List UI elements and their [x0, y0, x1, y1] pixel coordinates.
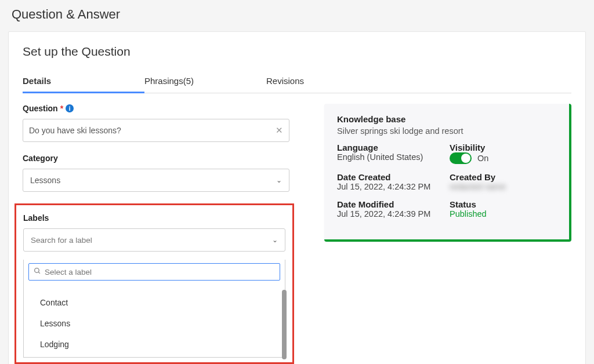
- label-option-lodging[interactable]: Lodging: [32, 334, 280, 355]
- labels-label: Labels: [23, 213, 285, 223]
- visibility-label: Visibility: [450, 143, 556, 152]
- status-value: Published: [450, 209, 556, 219]
- category-value: Lessons: [30, 176, 60, 185]
- info-panel: Knowledge base Silver springs ski lodge …: [324, 104, 571, 242]
- created-by-label: Created By: [450, 172, 556, 182]
- language-value: English (United States): [337, 152, 444, 162]
- svg-line-1: [38, 272, 40, 274]
- kb-value: Silver springs ski lodge and resort: [337, 126, 556, 136]
- date-modified-value: Jul 15, 2022, 4:24:39 PM: [337, 209, 444, 219]
- form-column: Question * i ✕ Category Lessons ⌄ Labels…: [23, 104, 289, 364]
- svg-point-0: [35, 268, 39, 273]
- labels-select-placeholder: Search for a label: [31, 236, 92, 245]
- date-created-value: Jul 15, 2022, 4:24:32 PM: [337, 182, 444, 191]
- labels-section-highlight: Labels Search for a label ⌄ Contact Less…: [15, 203, 294, 364]
- visibility-value: On: [477, 154, 488, 163]
- chevron-down-icon: ⌄: [276, 176, 282, 184]
- category-select[interactable]: Lessons ⌄: [23, 169, 289, 192]
- question-label: Question * i: [23, 104, 289, 113]
- category-label: Category: [23, 154, 289, 163]
- status-label: Status: [450, 199, 556, 209]
- question-input-wrap[interactable]: ✕: [23, 119, 289, 142]
- search-icon: [34, 267, 41, 276]
- question-input[interactable]: [29, 119, 276, 141]
- clear-icon[interactable]: ✕: [276, 125, 283, 136]
- required-mark: *: [60, 104, 63, 113]
- label-option-contact[interactable]: Contact: [32, 292, 280, 313]
- tab-details[interactable]: Details: [23, 71, 144, 93]
- label-option-lessons[interactable]: Lessons: [32, 313, 280, 334]
- chevron-down-icon: ⌄: [272, 236, 278, 244]
- tabs: Details Phrasings(5) Revisions: [23, 71, 571, 93]
- question-label-text: Question: [23, 104, 58, 113]
- labels-options: Contact Lessons Lodging: [28, 287, 280, 355]
- info-icon[interactable]: i: [66, 104, 74, 112]
- tab-revisions[interactable]: Revisions: [266, 71, 388, 93]
- info-column: Knowledge base Silver springs ski lodge …: [324, 104, 571, 242]
- labels-search-wrap[interactable]: [28, 263, 280, 281]
- labels-select[interactable]: Search for a label ⌄: [23, 228, 285, 252]
- date-modified-label: Date Modified: [337, 199, 444, 209]
- visibility-toggle[interactable]: [450, 152, 472, 164]
- tab-phrasings[interactable]: Phrasings(5): [144, 71, 266, 93]
- created-by-value: redacted name: [450, 182, 556, 191]
- card-title: Set up the Question: [23, 45, 571, 59]
- date-created-label: Date Created: [337, 172, 444, 182]
- page-title: Question & Answer: [0, 0, 594, 31]
- question-setup-card: Set up the Question Details Phrasings(5)…: [8, 31, 586, 364]
- language-label: Language: [337, 143, 444, 152]
- labels-dropdown: Contact Lessons Lodging: [23, 260, 285, 358]
- labels-search-input[interactable]: [45, 268, 275, 276]
- kb-label: Knowledge base: [337, 114, 556, 124]
